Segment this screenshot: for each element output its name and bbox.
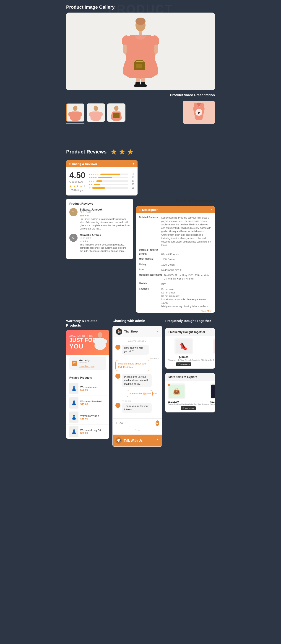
svg-rect-38 [211, 384, 215, 398]
video-thumbnail[interactable]: ▶ [183, 101, 215, 124]
reviewer-1-info: Saltanat Junebek 09.01.2021 ★★★★ But I m… [80, 208, 130, 230]
svg-point-20 [89, 112, 93, 117]
related-img-3: 👗 [69, 426, 78, 437]
reviews-section: Product Reviews ★ ★ ★ ≡ Rating & Reviews… [62, 145, 219, 315]
fbt-section-title: Frequently Bought Together [165, 318, 215, 323]
more-item-img-1: 👗 [210, 384, 215, 400]
reviewer-2-avatar: C [69, 234, 77, 242]
rating-card-body: 4.50 Out of 5.00 ★ ★ ★ ★ ★ 105 Ratings [66, 168, 138, 196]
more-item-name-1: Women's Vintage Bowknot Mini Dress Party… [210, 403, 215, 405]
mini-stars: ★ ★ ★ ★ ★ [69, 184, 86, 188]
gallery-title: Product Image Gallery [66, 4, 215, 10]
product-image [111, 15, 170, 88]
bar-row-3: ★★★ 10 [89, 180, 134, 182]
msg-bubble-1: How can we help you sir ? [122, 344, 149, 355]
reviewer-1-stars: ★★★★ [80, 214, 130, 217]
chat-footer[interactable]: 💬 Talk With Us ⌃ [113, 434, 162, 446]
view-more-link[interactable]: View More [201, 310, 212, 312]
svg-point-26 [93, 339, 96, 344]
chat-expand-btn[interactable]: ⌃ [156, 438, 159, 443]
fbt-items-row: 👠 $420.00 Women's LifeStyle Stretch Sand… [165, 336, 215, 369]
reviewer-2-info: Camellia Arches 09.01.2021 ★★★★ This mis… [80, 234, 130, 253]
more-items-row: 👜 ● $1,215.00 Women Fashion Handbag Init… [165, 381, 215, 412]
svg-point-16 [73, 106, 77, 111]
fbt-price-0: $420.00 [168, 356, 200, 359]
reviewer-2-stars: ★★★★ [80, 240, 130, 243]
promo-figure [93, 330, 107, 355]
chat-messages: 04 APRIL 05:56 PM How can we help you si… [113, 337, 162, 418]
warranty-section-title: Warranty & Related Products [66, 318, 109, 328]
chat-input[interactable] [119, 422, 154, 425]
chat-section-title: Chatting with admin [112, 318, 162, 323]
bar-row-1: ★ 25 [89, 186, 134, 189]
play-button[interactable]: ▶ [196, 109, 202, 116]
video-title: Product Video Presentation [170, 93, 215, 97]
related-item-2: 👗 Women's Wrap Y $85.00 [66, 410, 109, 424]
reviewer-2-date: 09.01.2021 [80, 237, 130, 239]
related-item-1: 👗 Women's Standard $45.00 [66, 396, 109, 410]
rating-card-header: ≡ Rating & Reviews ★ [66, 160, 138, 168]
related-item-3: 👗 Women's Long Off $29.00 [66, 424, 109, 439]
msg-bubble-4: adele.arttier@gmail.com [127, 390, 153, 397]
out-of-text: Out of 5.00 [69, 180, 86, 184]
related-price-3: $29.00 [80, 432, 101, 434]
desc-header: ≡ Description × [136, 206, 215, 213]
desc-length-row: Length 89 cm / 35 inches [139, 252, 212, 256]
related-price-1: $45.00 [80, 403, 101, 406]
related-price-2: $85.00 [80, 417, 100, 420]
desc-measurements-row: Model measurements Bust 32" / 81 cm, Hei… [139, 274, 212, 280]
svg-rect-23 [113, 112, 120, 118]
thumbnail-3[interactable] [107, 104, 125, 122]
warranty-text: Warranty [79, 359, 94, 362]
fbt-img-1: 👜 ● [213, 338, 215, 354]
related-name-2: Women's Wrap Y [80, 414, 100, 417]
admin-avatar-5 [115, 403, 120, 408]
svg-text:👜: 👜 [173, 388, 180, 395]
svg-rect-14 [135, 82, 140, 86]
desc-material-row: Main Material 100% Cotton [139, 258, 212, 261]
reviewer-1-date: 09.01.2021 [80, 211, 130, 214]
shop-avatar: 🏪 [116, 328, 122, 335]
chat-msg-2: 05:30 PM I want to know about your EMI F… [115, 358, 159, 371]
bar-row-4: ★★★★ 30 [89, 176, 134, 179]
bottom-three-col: Warranty & Related Products Amazing Offe… [62, 315, 219, 450]
svg-point-22 [114, 106, 119, 111]
msg-bubble-5: Thank you sir for your interest. [122, 403, 152, 413]
reviewer-2: C Camellia Arches 09.01.2021 ★★★★ This m… [69, 234, 130, 253]
svg-point-18 [78, 112, 82, 117]
svg-rect-6 [154, 44, 158, 54]
chat-add-btn[interactable]: + [115, 421, 117, 425]
chat-col: Chatting with admin 🏪 The Shop × 04 APRI… [112, 318, 162, 447]
thumbnail-1[interactable] [66, 104, 84, 122]
desc-size-row: Size Model wears size 36 [139, 268, 212, 272]
related-img-2: 👗 [69, 412, 78, 423]
scroll-up-btn[interactable]: ⌃⌃ [134, 429, 141, 434]
fbt-add-cart-0[interactable]: 🛒Add to Cart [176, 362, 191, 366]
reviewer-1-text: But I must explain to you how all this m… [80, 218, 130, 230]
chat-msg-5: Thank you sir for your interest. [115, 403, 159, 413]
thumbnail-2[interactable] [87, 104, 105, 122]
admin-avatar-1 [115, 344, 120, 350]
reviews-list-box: Product Reviews S Saltanat Junebek 09.01… [66, 199, 133, 259]
chat-footer-icon: 💬 [115, 437, 122, 444]
reviewer-1-name: Saltanat Junebek [80, 208, 130, 211]
desc-close-icon[interactable]: × [211, 208, 212, 212]
svg-point-17 [68, 112, 72, 117]
desc-main-label: Detailed Features [139, 216, 159, 247]
warranty-available: Available [79, 362, 94, 364]
svg-point-25 [98, 332, 102, 338]
admin-avatar-3 [115, 374, 120, 379]
desc-main-row: Detailed Features Dainty detailing gives… [139, 216, 212, 247]
desc-header-title: ≡ Description [139, 208, 158, 212]
chat-header: 🏪 The Shop × [113, 326, 162, 337]
more-item-1: 👗 $215.00 Women's Vintage Bowknot Mini D… [210, 384, 215, 410]
desc-lining-row: Lining 100% Cotton [139, 263, 212, 266]
chat-send-btn[interactable]: ▶ [156, 420, 159, 426]
chat-date: 04 APRIL 05:56 PM [115, 340, 159, 342]
bar-row-5: ★★★★★ 50 [89, 173, 134, 176]
warranty-link[interactable]: * See description [79, 365, 94, 368]
shop-name: The Shop [124, 330, 138, 333]
related-name-0: Women's Jade [80, 386, 97, 388]
more-add-cart-0[interactable]: 🛒Add to Cart [181, 406, 196, 410]
chat-close-btn[interactable]: × [156, 330, 159, 334]
